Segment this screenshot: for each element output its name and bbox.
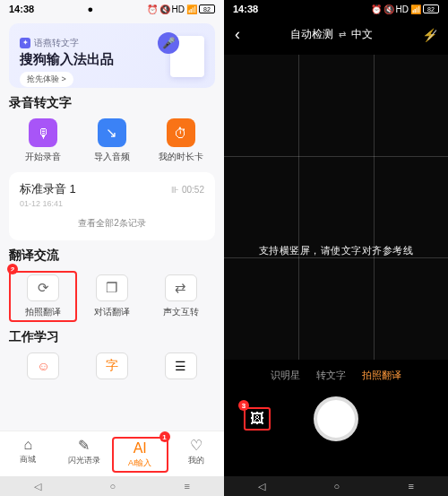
voice-text-icon: ⇄ bbox=[165, 274, 197, 301]
recent-button[interactable]: ≡ bbox=[408, 481, 413, 492]
heart-icon: ♡ bbox=[190, 437, 202, 454]
work-icon-2[interactable]: 字 bbox=[96, 352, 128, 379]
ai-icon: AI bbox=[134, 440, 147, 457]
banner-tag-text: 语燕转文字 bbox=[34, 37, 79, 49]
status-time: 14:38 bbox=[9, 4, 34, 14]
status-bar: 14:38 ⏰ 🔇 HD 📶 82 bbox=[224, 0, 448, 18]
android-nav-bar: ◁ ○ ≡ bbox=[0, 476, 224, 496]
back-button[interactable]: ◁ bbox=[34, 481, 41, 492]
signal-icon: 📶 bbox=[186, 4, 197, 14]
store-icon: ⌂ bbox=[23, 437, 32, 453]
banner-cta-button[interactable]: 抢先体验 > bbox=[20, 72, 73, 87]
wave-icon: ⊪ bbox=[171, 185, 179, 195]
camera-viewfinder[interactable]: 支持横竖屏，请使文字对齐参考线 bbox=[224, 55, 448, 360]
hd-icon: HD bbox=[396, 4, 409, 14]
nav-mine[interactable]: ♡ 我的 bbox=[168, 437, 225, 473]
action-import-audio[interactable]: ↘ 导入音频 bbox=[78, 118, 146, 163]
promo-banner[interactable]: ✦ 语燕转文字 搜狗输入法出品 抢先体验 > 🎤 bbox=[9, 23, 215, 88]
bottom-nav: ⌂ 商城 ✎ 闪光语录 1 AI AI输入 ♡ 我的 bbox=[0, 431, 224, 476]
status-icons: ⏰ 🔇 HD 📶 82 bbox=[147, 4, 215, 14]
view-all-link[interactable]: 查看全部2条记录 bbox=[20, 208, 204, 231]
action-label: 我的时长卡 bbox=[159, 151, 203, 163]
grid-line bbox=[298, 55, 299, 360]
phone-left: 14:38 ● ⏰ 🔇 HD 📶 82 ✦ 语燕转文字 搜狗输入法出品 抢先体验… bbox=[0, 0, 224, 496]
lang-from: 自动检测 bbox=[290, 27, 333, 42]
back-button[interactable]: ◁ bbox=[258, 481, 265, 492]
banner-tag-icon: ✦ bbox=[20, 38, 30, 48]
dialog-icon: ❐ bbox=[96, 274, 128, 301]
shutter-button[interactable] bbox=[314, 396, 358, 441]
banner-tag: ✦ 语燕转文字 bbox=[20, 37, 79, 49]
language-switcher[interactable]: 自动检测 ⇄ 中文 bbox=[290, 27, 373, 42]
tile-label: 对话翻译 bbox=[94, 306, 130, 318]
section-work-study: 工作学习 ☺ 字 ☰ bbox=[9, 329, 215, 379]
nav-ai-input[interactable]: 1 AI AI输入 bbox=[112, 437, 168, 473]
section-title: 录音转文字 bbox=[9, 95, 215, 111]
home-button[interactable]: ○ bbox=[109, 481, 116, 492]
lang-to: 中文 bbox=[351, 27, 373, 42]
mute-icon: 🔇 bbox=[383, 4, 394, 14]
flash-toggle[interactable]: ⚡̸ bbox=[422, 28, 437, 42]
recording-timestamp: 01-12 16:41 bbox=[20, 199, 204, 208]
action-start-record[interactable]: 🎙 开始录音 bbox=[9, 118, 77, 163]
clock-icon: ⏱ bbox=[167, 118, 195, 147]
tile-photo-translate[interactable]: ⟳ 拍照翻译 bbox=[9, 271, 77, 322]
recording-card[interactable]: 标准录音 1 ⊪00:52 01-12 16:41 查看全部2条记录 bbox=[9, 172, 215, 240]
status-bar: 14:38 ● ⏰ 🔇 HD 📶 82 bbox=[0, 0, 224, 18]
section-title: 翻译交流 bbox=[9, 248, 215, 264]
mode-to-text[interactable]: 转文字 bbox=[316, 369, 346, 382]
status-time: 14:38 bbox=[233, 4, 258, 14]
banner-illustration: 🎤 bbox=[154, 32, 204, 77]
signal-icon: 📶 bbox=[410, 4, 421, 14]
nav-label: 我的 bbox=[188, 455, 204, 466]
section-title: 工作学习 bbox=[9, 329, 215, 345]
alarm-icon: ⏰ bbox=[371, 4, 382, 14]
nav-store[interactable]: ⌂ 商城 bbox=[0, 437, 56, 473]
android-nav-bar: ◁ ○ ≡ bbox=[224, 476, 448, 496]
mode-photo-translate[interactable]: 拍照翻译 bbox=[362, 369, 401, 382]
mute-icon: 🔇 bbox=[159, 4, 170, 14]
grid-line bbox=[224, 257, 448, 258]
recording-duration: ⊪00:52 bbox=[171, 185, 204, 195]
nav-label: 闪光语录 bbox=[68, 455, 100, 466]
section-translate: 翻译交流 2 ⟳ 拍照翻译 ❐ 对话翻译 ⇄ 声文互转 bbox=[9, 248, 215, 322]
camera-topbar: ‹ 自动检测 ⇄ 中文 ⚡̸ bbox=[224, 18, 448, 51]
recording-name: 标准录音 1 bbox=[20, 181, 76, 197]
back-button[interactable]: ‹ bbox=[235, 25, 240, 44]
work-icon-3[interactable]: ☰ bbox=[165, 352, 197, 379]
tile-label: 声文互转 bbox=[163, 306, 199, 318]
battery-icon: 82 bbox=[423, 4, 439, 13]
camera-controls: 3 🖼 bbox=[224, 387, 448, 450]
hd-icon: HD bbox=[172, 4, 185, 14]
phone-right: 14:38 ⏰ 🔇 HD 📶 82 ‹ 自动检测 ⇄ 中文 ⚡̸ 支持横竖屏，请… bbox=[224, 0, 448, 496]
battery-icon: 82 bbox=[199, 4, 215, 13]
nav-label: AI输入 bbox=[128, 457, 152, 469]
flash-icon: ✎ bbox=[78, 437, 90, 454]
grid-line bbox=[224, 156, 448, 157]
home-button[interactable]: ○ bbox=[333, 481, 340, 492]
status-notch: ● bbox=[88, 4, 94, 14]
action-duration-card[interactable]: ⏱ 我的时长卡 bbox=[147, 118, 215, 163]
section-audio-to-text: 录音转文字 🎙 开始录音 ↘ 导入音频 ⏱ 我的时长卡 bbox=[9, 95, 215, 163]
alarm-icon: ⏰ bbox=[147, 4, 158, 14]
tile-label: 拍照翻译 bbox=[25, 306, 61, 318]
work-icon-1[interactable]: ☺ bbox=[27, 352, 59, 379]
gallery-button[interactable]: 3 🖼 bbox=[244, 407, 271, 431]
camera-mode-tabs: 识明星 转文字 拍照翻译 bbox=[224, 360, 448, 387]
image-icon: 🖼 bbox=[250, 411, 264, 427]
nav-label: 商城 bbox=[20, 454, 36, 466]
tile-dialog-translate[interactable]: ❐ 对话翻译 bbox=[78, 271, 146, 322]
status-icons: ⏰ 🔇 HD 📶 82 bbox=[371, 4, 439, 14]
action-label: 导入音频 bbox=[94, 151, 130, 163]
nav-flash[interactable]: ✎ 闪光语录 bbox=[56, 437, 113, 473]
recent-button[interactable]: ≡ bbox=[184, 481, 189, 492]
mic-icon: 🎙 bbox=[29, 118, 57, 147]
import-icon: ↘ bbox=[98, 118, 126, 147]
tile-voice-text[interactable]: ⇄ 声文互转 bbox=[147, 271, 215, 322]
mode-celebrity[interactable]: 识明星 bbox=[271, 369, 300, 382]
callout-badge-3: 3 bbox=[238, 400, 249, 411]
grid-line bbox=[374, 55, 375, 360]
viewfinder-hint: 支持横竖屏，请使文字对齐参考线 bbox=[224, 244, 448, 257]
action-label: 开始录音 bbox=[25, 151, 61, 163]
swap-icon: ⇄ bbox=[339, 30, 346, 39]
